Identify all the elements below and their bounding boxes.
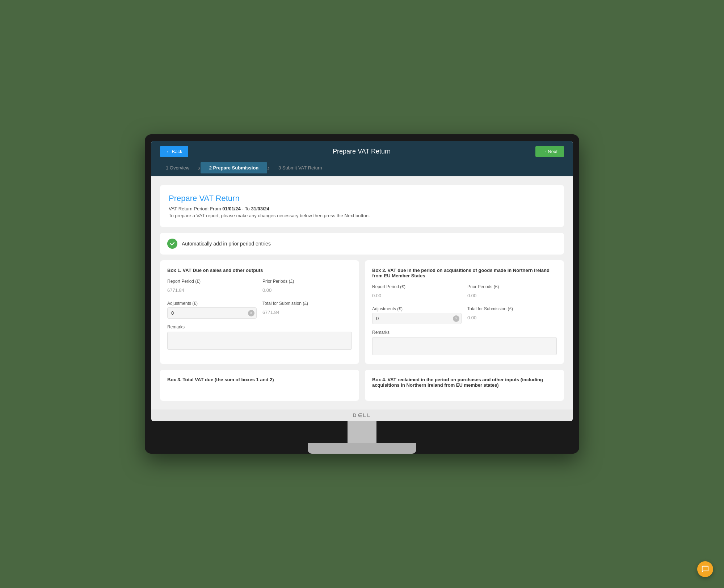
box-1-card: Box 1. VAT Due on sales and other output… xyxy=(160,260,359,364)
box1-total-value: 6771.84 xyxy=(262,307,352,317)
box2-total-group: Total for Submission (£) 0.00 xyxy=(467,306,557,324)
step-1-overview[interactable]: 1 Overview xyxy=(157,162,198,173)
box2-adjustments-label: Adjustments (£) xyxy=(372,306,462,311)
box1-remarks-input[interactable] xyxy=(167,332,352,350)
box1-adjustments-clear[interactable]: × xyxy=(248,310,254,316)
box1-report-period-value: 6771.84 xyxy=(167,285,257,295)
check-icon xyxy=(167,239,177,249)
box2-report-period-value: 0.00 xyxy=(372,291,462,301)
box-4-title: Box 4. VAT reclaimed in the period on pu… xyxy=(372,377,557,388)
box1-prior-periods-group: Prior Periods (£) 0.00 xyxy=(262,279,352,295)
period-info: VAT Return Period: From 01/01/24 - To 31… xyxy=(169,206,555,211)
boxes-grid-row2: Box 3. Total VAT due (the sum of boxes 1… xyxy=(160,370,564,401)
box2-total-value: 0.00 xyxy=(467,313,557,323)
step-2-label: Prepare Submission xyxy=(213,165,259,171)
boxes-grid: Box 1. VAT Due on sales and other output… xyxy=(160,260,564,364)
box2-prior-periods-label: Prior Periods (£) xyxy=(467,284,557,289)
step-2-number: 2 xyxy=(209,165,212,171)
chat-bubble-button[interactable] xyxy=(697,561,713,577)
box1-total-label: Total for Submission (£) xyxy=(262,301,352,306)
box2-prior-periods-group: Prior Periods (£) 0.00 xyxy=(467,284,557,301)
box2-adjustments-group: Adjustments (£) × xyxy=(372,306,462,324)
next-button[interactable]: → Next xyxy=(535,146,564,157)
box-2-card: Box 2. VAT due in the period on acquisit… xyxy=(365,260,564,364)
box-4-card: Box 4. VAT reclaimed in the period on pu… xyxy=(365,370,564,401)
page-description: To prepare a VAT report, please make any… xyxy=(169,213,555,218)
box1-prior-periods-label: Prior Periods (£) xyxy=(262,279,352,284)
step-3-number: 3 xyxy=(278,165,281,171)
form-title: Prepare VAT Return xyxy=(169,194,555,203)
box2-report-period-label: Report Period (£) xyxy=(372,284,462,289)
step-3-submit[interactable]: 3 Submit VAT Return xyxy=(270,162,331,173)
page-title: Prepare VAT Return xyxy=(333,148,391,155)
box1-remarks-label: Remarks xyxy=(167,324,352,329)
page-header-card: Prepare VAT Return VAT Return Period: Fr… xyxy=(160,185,564,227)
step-3-label: Submit VAT Return xyxy=(282,165,322,171)
box-3-title: Box 3. Total VAT due (the sum of boxes 1… xyxy=(167,377,352,382)
box2-adjustments-clear[interactable]: × xyxy=(453,315,459,322)
box-2-title: Box 2. VAT due in the period on acquisit… xyxy=(372,268,557,278)
box2-total-label: Total for Submission (£) xyxy=(467,306,557,311)
box2-remarks-input[interactable] xyxy=(372,337,557,355)
step-2-prepare[interactable]: 2 Prepare Submission xyxy=(201,162,268,173)
box1-report-period-label: Report Period (£) xyxy=(167,279,257,284)
box1-report-period-group: Report Period (£) 6771.84 xyxy=(167,279,257,295)
box2-remarks-label: Remarks xyxy=(372,330,557,335)
monitor-stand-neck xyxy=(348,421,376,443)
box2-report-period-group: Report Period (£) 0.00 xyxy=(372,284,462,301)
box1-adjustments-label: Adjustments (£) xyxy=(167,301,257,306)
monitor-stand-base xyxy=(308,443,416,454)
box2-prior-periods-value: 0.00 xyxy=(467,291,557,301)
auto-add-section[interactable]: Automatically add in prior period entrie… xyxy=(160,233,564,255)
box-1-title: Box 1. VAT Due on sales and other output… xyxy=(167,268,352,273)
step-1-number: 1 xyxy=(166,165,168,171)
box1-adjustments-group: Adjustments (£) × xyxy=(167,301,257,319)
auto-add-label: Automatically add in prior period entrie… xyxy=(182,241,271,247)
box1-prior-periods-value: 0.00 xyxy=(262,285,352,295)
monitor-brand: D∈LL xyxy=(151,410,573,421)
box1-total-group: Total for Submission (£) 6771.84 xyxy=(262,301,352,319)
box-3-card: Box 3. Total VAT due (the sum of boxes 1… xyxy=(160,370,359,401)
box2-adjustments-input[interactable] xyxy=(372,313,462,324)
back-button[interactable]: ← Back xyxy=(160,146,188,157)
step-1-label: Overview xyxy=(170,165,189,171)
box1-adjustments-input[interactable] xyxy=(167,307,257,319)
stepper: 1 Overview › 2 Prepare Submission › 3 Su… xyxy=(151,162,573,176)
